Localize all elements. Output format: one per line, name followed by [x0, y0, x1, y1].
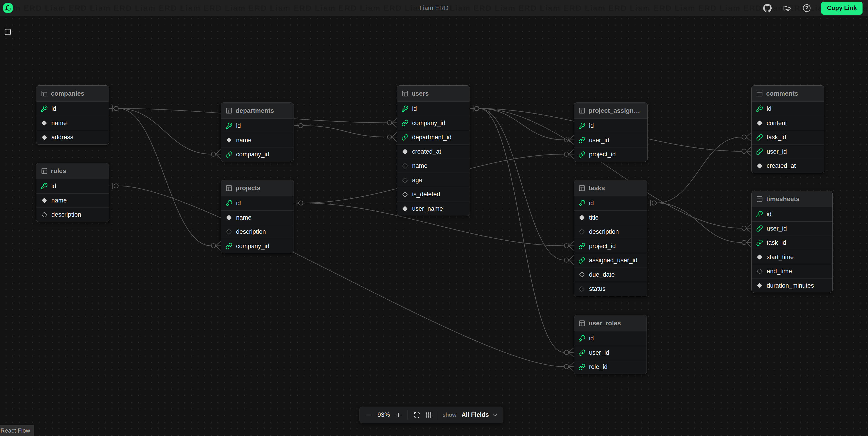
field-row-timesheets-task_id[interactable]: task_id	[751, 236, 832, 250]
field-name: project_id	[589, 151, 616, 158]
field-row-projects-description[interactable]: description	[221, 225, 293, 239]
field-row-users-id[interactable]: id	[397, 101, 470, 116]
sidebar-toggle-button[interactable]	[3, 27, 13, 37]
table-node-tasks[interactable]: tasksidtitledescriptionproject_idassigne…	[574, 180, 647, 296]
table-header[interactable]: project_assignments	[574, 103, 647, 119]
diagram-canvas[interactable]: companiesidnameaddressrolesidnamedescrip…	[0, 0, 868, 436]
field-row-users-created_at[interactable]: created_at	[397, 145, 470, 159]
edge-tasks.id-to-timesheets.task_id	[647, 200, 751, 247]
zoom-in-button[interactable]	[393, 409, 404, 421]
field-row-companies-name[interactable]: name	[36, 116, 109, 130]
field-row-companies-address[interactable]: address	[36, 130, 109, 145]
field-row-timesheets-duration_minutes[interactable]: duration_minutes	[751, 279, 832, 293]
liam-logo-icon[interactable]: ℒ	[3, 3, 13, 13]
table-header[interactable]: user_roles	[574, 315, 647, 331]
primary-key-icon	[225, 122, 232, 129]
field-name: name	[51, 197, 67, 204]
field-row-user_roles-user_id[interactable]: user_id	[574, 346, 647, 360]
table-node-user_roles[interactable]: user_rolesiduser_idrole_id	[574, 315, 647, 374]
field-row-departments-id[interactable]: id	[221, 119, 293, 133]
field-row-project_assignments-project_id[interactable]: project_id	[574, 147, 647, 162]
field-row-user_roles-role_id[interactable]: role_id	[574, 360, 647, 374]
copy-link-button[interactable]: Copy Link	[821, 2, 863, 14]
table-icon	[579, 107, 585, 114]
field-row-projects-id[interactable]: id	[221, 196, 293, 211]
field-row-tasks-status[interactable]: status	[574, 282, 647, 296]
field-row-users-is_deleted[interactable]: is_deleted	[397, 187, 470, 201]
github-button[interactable]	[762, 3, 772, 13]
field-row-tasks-title[interactable]: title	[574, 211, 647, 225]
field-row-timesheets-end_time[interactable]: end_time	[751, 264, 832, 279]
table-title: comments	[766, 90, 798, 97]
table-header[interactable]: users	[397, 86, 470, 101]
field-row-comments-content[interactable]: content	[751, 116, 824, 130]
field-row-tasks-description[interactable]: description	[574, 225, 647, 239]
field-name: due_date	[589, 271, 615, 278]
nullable-diamond-icon	[225, 228, 232, 235]
field-row-roles-name[interactable]: name	[36, 193, 109, 208]
field-row-users-name[interactable]: name	[397, 159, 470, 173]
field-row-tasks-project_id[interactable]: project_id	[574, 239, 647, 253]
field-row-projects-name[interactable]: name	[221, 211, 293, 225]
field-row-users-company_id[interactable]: company_id	[397, 116, 470, 130]
table-node-project_assignments[interactable]: project_assignmentsiduser_idproject_id	[574, 102, 648, 162]
tidy-up-button[interactable]	[423, 409, 435, 421]
nullable-diamond-icon	[41, 211, 48, 218]
field-row-companies-id[interactable]: id	[36, 101, 109, 116]
field-row-timesheets-start_time[interactable]: start_time	[751, 250, 832, 264]
zoom-out-button[interactable]	[363, 409, 375, 421]
table-header[interactable]: roles	[36, 163, 109, 179]
feedback-button[interactable]	[782, 3, 792, 13]
not-null-diamond-icon	[756, 120, 763, 126]
table-node-companies[interactable]: companiesidnameaddress	[36, 85, 109, 145]
fit-view-button[interactable]	[411, 409, 423, 421]
react-flow-attribution[interactable]: React Flow	[0, 425, 34, 436]
table-node-comments[interactable]: commentsidcontenttask_iduser_idcreated_a…	[751, 85, 825, 173]
field-row-tasks-assigned_user_id[interactable]: assigned_user_id	[574, 253, 647, 268]
table-header[interactable]: projects	[221, 180, 293, 196]
field-row-comments-id[interactable]: id	[751, 101, 824, 116]
table-node-users[interactable]: usersidcompany_iddepartment_idcreated_at…	[397, 85, 470, 216]
field-row-project_assignments-id[interactable]: id	[574, 119, 647, 133]
field-row-timesheets-user_id[interactable]: user_id	[751, 221, 832, 236]
field-name: is_deleted	[412, 191, 440, 198]
table-node-projects[interactable]: projectsidnamedescriptioncompany_id	[221, 180, 294, 253]
field-row-user_roles-id[interactable]: id	[574, 331, 647, 346]
field-name: id	[236, 200, 241, 207]
show-mode-dropdown[interactable]: All Fields	[460, 411, 499, 418]
table-node-roles[interactable]: rolesidnamedescription	[36, 163, 109, 222]
field-row-tasks-id[interactable]: id	[574, 196, 647, 211]
field-name: description	[236, 228, 266, 235]
github-icon	[763, 4, 772, 12]
field-row-users-age[interactable]: age	[397, 173, 470, 187]
field-name: name	[51, 120, 67, 127]
field-row-users-department_id[interactable]: department_id	[397, 130, 470, 145]
table-header[interactable]: departments	[221, 103, 293, 119]
field-row-departments-name[interactable]: name	[221, 133, 293, 148]
field-row-comments-task_id[interactable]: task_id	[751, 130, 824, 145]
field-name: id	[589, 335, 594, 342]
table-header[interactable]: comments	[751, 86, 824, 101]
field-name: role_id	[589, 364, 608, 371]
table-icon	[225, 107, 232, 114]
field-row-projects-company_id[interactable]: company_id	[221, 239, 293, 253]
field-row-comments-user_id[interactable]: user_id	[751, 145, 824, 159]
field-row-project_assignments-user_id[interactable]: user_id	[574, 133, 647, 148]
table-node-timesheets[interactable]: timesheetsiduser_idtask_idstart_timeend_…	[751, 191, 833, 293]
table-title: project_assignments	[589, 107, 643, 114]
field-row-roles-description[interactable]: description	[36, 208, 109, 222]
field-row-roles-id[interactable]: id	[36, 179, 109, 193]
table-node-departments[interactable]: departmentsidnamecompany_id	[221, 102, 294, 162]
table-header[interactable]: timesheets	[751, 191, 832, 207]
field-name: created_at	[412, 148, 441, 155]
field-row-timesheets-id[interactable]: id	[751, 207, 832, 221]
field-row-users-user_name[interactable]: user_name	[397, 201, 470, 216]
table-header[interactable]: tasks	[574, 180, 647, 196]
help-button[interactable]	[802, 3, 812, 13]
field-row-departments-company_id[interactable]: company_id	[221, 147, 293, 162]
primary-key-icon	[579, 200, 585, 207]
field-row-comments-created_at[interactable]: created_at	[751, 159, 824, 173]
field-row-tasks-due_date[interactable]: due_date	[574, 268, 647, 282]
table-header[interactable]: companies	[36, 86, 109, 101]
table-icon	[402, 90, 408, 97]
